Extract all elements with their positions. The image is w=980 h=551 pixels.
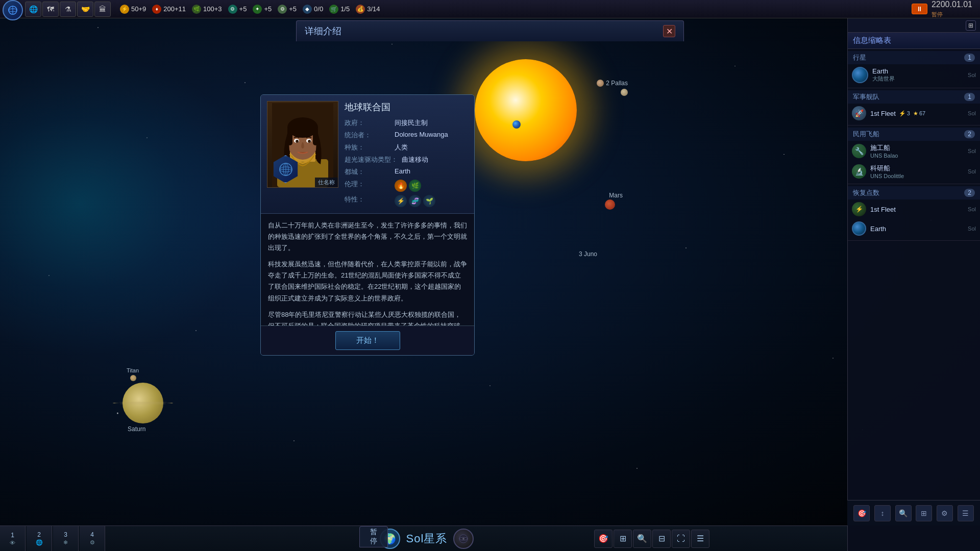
bottom-tab-2[interactable]: 2 🌐	[27, 526, 52, 552]
date-display: 2200.01.01 暂停	[932, 0, 972, 18]
earth-planet[interactable]	[512, 120, 521, 129]
capital-value: Earth	[395, 167, 410, 175]
sidebar-item-earth[interactable]: Earth 大陆世界 Sol	[848, 64, 980, 86]
science-info: 科研船 UNS Doolittle	[870, 164, 964, 179]
government-label: 政府：	[345, 118, 390, 128]
start-button-area: 开始！	[261, 326, 474, 355]
planet-view-button[interactable]: 🌐	[25, 2, 41, 17]
faction-name: 地球联合国	[345, 101, 468, 113]
science-type: 科研船	[870, 164, 964, 173]
food-resource: 🌿 100+3	[192, 5, 222, 14]
dialog-header: 详细介绍 ✕	[296, 20, 684, 41]
diplomacy-button[interactable]: 🤝	[77, 2, 93, 17]
fleets-section: 军事舰队 1 🚀 1st Fleet ⚡ 3 ★ 67 Sol	[848, 88, 980, 126]
earth-globe-icon	[852, 67, 868, 83]
ethics-icons: 🔥 🌿	[395, 180, 421, 192]
civilian-count: 2	[964, 130, 975, 138]
pallas-name: 2 Pallas	[606, 80, 628, 87]
ruler-label: 统治者：	[345, 131, 390, 140]
tech-icon: ⚙	[228, 5, 237, 14]
minerals-resource: ♦ 200+11	[152, 5, 186, 14]
filter-tool-button[interactable]: ⊞	[614, 530, 632, 548]
fleet-stats: 1st Fleet ⚡ 3 ★ 67	[870, 110, 964, 117]
civics-button[interactable]: 🏛	[94, 2, 111, 17]
pause-label: 暂停	[932, 11, 943, 17]
sidebar-item-recovery-fleet[interactable]: ⚡ 1st Fleet Sol	[848, 199, 980, 219]
bottom-tab-3[interactable]: 3 ❄	[53, 526, 79, 552]
sidebar-expand-button[interactable]: ⊞	[966, 20, 976, 31]
settings-button[interactable]: ⚙	[937, 505, 953, 521]
civilian-label: 民用飞船	[853, 130, 879, 139]
pause-button[interactable]: ⏸	[912, 4, 927, 14]
top-icon-bar: 🌐 🗺 ⚗ 🤝 🏛	[25, 2, 111, 17]
mars-planet[interactable]	[605, 199, 615, 210]
filter-button[interactable]: 🎯	[853, 505, 870, 521]
earth-name: Earth	[872, 67, 964, 75]
bottom-tab-4[interactable]: 4 ⚙	[80, 526, 105, 552]
tech-value: +5	[239, 5, 247, 13]
food-value: 100+3	[203, 5, 222, 13]
construction-location: Sol	[968, 148, 976, 154]
recovery-fleet-location: Sol	[968, 206, 976, 212]
influence-icon: ⚙	[278, 5, 287, 14]
fleet1-info: 1st Fleet ⚡ 3 ★ 67	[870, 110, 964, 117]
sidebar-item-recovery-earth[interactable]: Earth Sol	[848, 219, 980, 238]
tab1-icon: 👁	[10, 540, 15, 546]
ruler-row: 统治者： Dolores Muwanga	[345, 131, 468, 140]
planets-section: 行星 1 Earth 大陆世界 Sol	[848, 49, 980, 88]
menu-button[interactable]: ☰	[691, 530, 709, 548]
system-icon-right[interactable]	[453, 529, 474, 549]
saturn-group[interactable]: Titan Saturn	[122, 383, 163, 423]
sun-object	[475, 59, 577, 161]
layout-button[interactable]: ⊞	[916, 505, 932, 521]
zoom-out-button[interactable]: ⊟	[652, 530, 671, 548]
sidebar-item-fleet1[interactable]: 🚀 1st Fleet ⚡ 3 ★ 67 Sol	[848, 104, 980, 123]
map-button[interactable]: 🗺	[42, 2, 59, 17]
titan-planet[interactable]	[130, 375, 136, 381]
empire-logo[interactable]	[3, 0, 23, 20]
ethic-icon-1: 🔥	[395, 180, 407, 192]
recovery-section-title: 恢复点数 2	[848, 186, 980, 199]
sidebar-item-construction[interactable]: 🔧 施工船 UNS Balao Sol	[848, 141, 980, 161]
start-game-button[interactable]: 开始！	[335, 331, 400, 350]
mars-label: Mars	[609, 192, 623, 199]
species-label: 种族：	[345, 143, 390, 152]
desc-para-1: 自从二十万年前人类在非洲诞生至今，发生了许许多多的事情，我们的种族迅速的扩张到了…	[268, 220, 467, 254]
map-tool-button[interactable]: 🎯	[594, 530, 612, 548]
tab1-num: 1	[11, 532, 14, 539]
recovery-label: 恢复点数	[853, 188, 879, 197]
science-icon: 🔬	[852, 164, 866, 179]
trait-icons: ⚡ 🧬 🌱	[395, 195, 435, 207]
sidebar-header: 信息缩略表	[848, 33, 980, 49]
close-button[interactable]: ✕	[663, 25, 675, 37]
recovery-earth-info: Earth	[870, 225, 964, 233]
saturn-planet[interactable]	[122, 383, 163, 423]
fleet-icon: 🚀	[852, 106, 866, 120]
bottom-tab-1[interactable]: 1 👁	[0, 526, 26, 552]
system-name-display: 暂停 🌍 Sol星系	[374, 529, 474, 549]
zoom-in-button[interactable]: 🔍	[633, 530, 651, 548]
ftl-value: 曲速移动	[402, 155, 428, 164]
svg-point-14	[297, 140, 298, 141]
search-button[interactable]: 🔍	[895, 505, 912, 521]
tab4-num: 4	[90, 531, 94, 538]
credits-value: 3/14	[367, 5, 380, 13]
list-button[interactable]: ☰	[958, 505, 974, 521]
svg-point-13	[308, 140, 311, 143]
tab2-num: 2	[37, 531, 41, 538]
sort-button[interactable]: ↕	[874, 505, 891, 521]
pallas-label: 2 Pallas	[597, 80, 628, 87]
faction-description: 自从二十万年前人类在非洲诞生至今，发生了许许多多的事情，我们的种族迅速的扩张到了…	[261, 214, 474, 326]
trait-icon-2: 🧬	[409, 195, 421, 207]
pallas-planet[interactable]	[621, 89, 628, 96]
fit-button[interactable]: ⛶	[672, 530, 690, 548]
fleet-power-value: 3	[907, 110, 910, 116]
ethics-row: 伦理： 🔥 🌿	[345, 180, 468, 192]
sidebar-item-science[interactable]: 🔬 科研船 UNS Doolittle Sol	[848, 161, 980, 182]
planets-count: 1	[964, 54, 975, 62]
planets-label: 行星	[853, 53, 866, 62]
civilian-section-title: 民用飞船 2	[848, 128, 980, 141]
civilian-section: 民用飞船 2 🔧 施工船 UNS Balao Sol 🔬 科研船 UNS Doo…	[848, 126, 980, 184]
tech-button[interactable]: ⚗	[60, 2, 76, 17]
credits-icon: 💰	[356, 5, 365, 14]
